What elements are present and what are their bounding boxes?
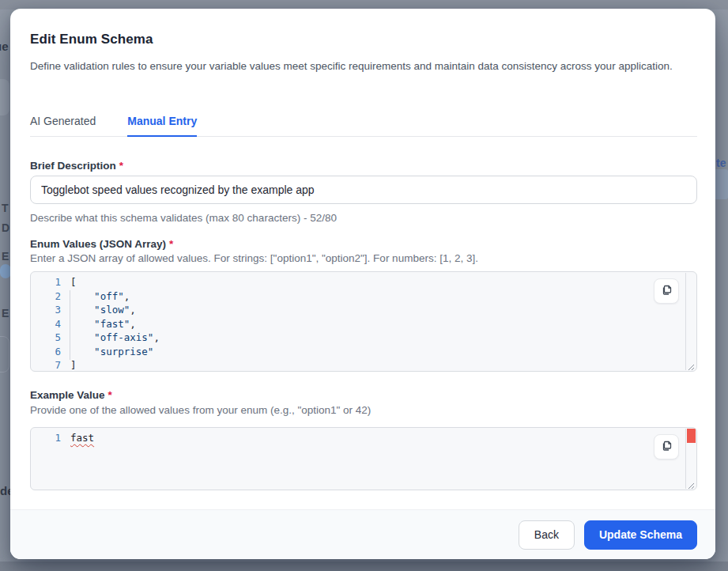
background-shape	[0, 264, 11, 278]
line-number: 4	[31, 317, 61, 331]
code-line: 7]	[31, 358, 696, 372]
example-value-code-editor[interactable]: 1fast	[30, 427, 697, 490]
enum-values-label: Enum Values (JSON Array) *	[30, 238, 697, 250]
back-button[interactable]: Back	[519, 520, 575, 550]
code-line: 1[	[31, 275, 696, 289]
scrollbar-track	[685, 273, 686, 370]
code-line: 3 "slow",	[31, 303, 696, 317]
background-text-fragment: D	[2, 221, 9, 234]
example-value-helper: Provide one of the allowed values from y…	[30, 404, 697, 416]
update-schema-button[interactable]: Update Schema	[584, 520, 697, 550]
background-shape	[0, 336, 9, 372]
line-number: 1	[31, 275, 61, 289]
code-line: 1fast	[31, 431, 696, 445]
line-number: 6	[31, 345, 61, 359]
background-text-fragment: E	[2, 250, 9, 263]
brief-description-input[interactable]	[30, 176, 697, 204]
copy-icon	[660, 284, 673, 299]
line-number: 2	[31, 289, 61, 304]
resize-grip-icon[interactable]	[687, 361, 695, 369]
background-shape	[0, 79, 9, 115]
line-number: 5	[31, 331, 61, 345]
line-number: 1	[31, 431, 61, 445]
code-lines: 1fast	[31, 428, 696, 445]
brief-description-helper: Describe what this schema validates (max…	[30, 212, 697, 224]
copy-button[interactable]	[654, 278, 679, 304]
background-text-fragment: E	[2, 307, 9, 320]
edit-enum-schema-dialog: Edit Enum Schema Define validation rules…	[10, 9, 715, 559]
line-number: 3	[31, 303, 61, 317]
tabs: AI GeneratedManual Entry	[30, 115, 697, 137]
code-line: 5 "off-axis",	[31, 331, 696, 345]
required-asterisk: *	[119, 160, 123, 172]
code-line: 4 "fast",	[31, 317, 696, 331]
background-text-fragment: ue	[0, 40, 9, 53]
code-lines: 1[2 "off",3 "slow",4 "fast",5 "off-axis"…	[31, 272, 696, 372]
resize-grip-icon[interactable]	[687, 480, 695, 488]
brief-description-label: Brief Description *	[30, 160, 697, 172]
background-shape	[0, 562, 728, 571]
tab-manual-entry[interactable]: Manual Entry	[127, 115, 197, 137]
code-line: 6 "surprise"	[31, 345, 696, 359]
required-asterisk: *	[169, 238, 173, 250]
copy-icon	[660, 440, 673, 455]
background-text-fragment: T	[2, 202, 9, 214]
dialog-title: Edit Enum Schema	[30, 32, 697, 47]
scrollbar-track	[685, 429, 686, 489]
enum-values-helper: Enter a JSON array of allowed values. Fo…	[30, 252, 697, 264]
dialog-description: Define validation rules to ensure your v…	[30, 58, 685, 75]
required-asterisk: *	[108, 389, 112, 401]
dialog-footer: Back Update Schema	[10, 509, 715, 559]
example-value-label: Example Value *	[30, 389, 697, 401]
line-number: 7	[31, 358, 61, 372]
background-text-fragment: te	[716, 157, 726, 169]
copy-button[interactable]	[654, 434, 679, 459]
indent-guide	[70, 290, 70, 360]
code-line: 2 "off",	[31, 289, 696, 304]
tab-ai-generated[interactable]: AI Generated	[30, 115, 96, 136]
background-shape	[714, 169, 728, 199]
enum-values-code-editor[interactable]: 1[2 "off",3 "slow",4 "fast",5 "off-axis"…	[30, 271, 697, 372]
error-annotation-marker	[687, 429, 696, 443]
